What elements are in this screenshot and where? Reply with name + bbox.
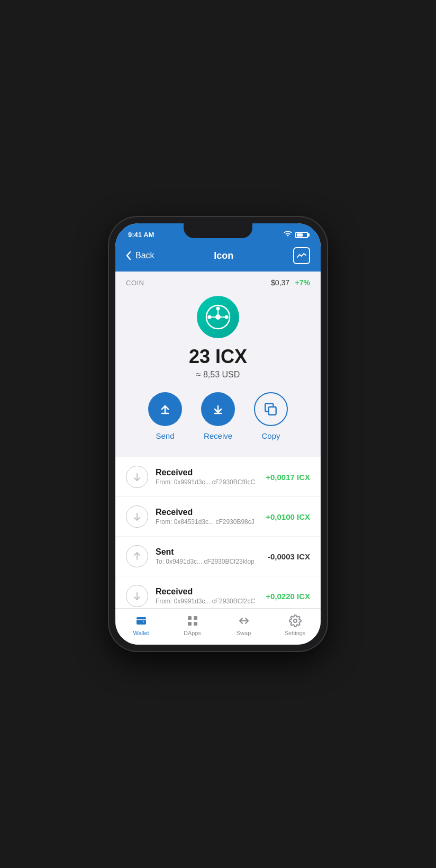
- coin-change: +7%: [295, 278, 310, 287]
- tx-direction-icon: [126, 545, 148, 567]
- transaction-item[interactable]: Received From: 0x84531d3c... cF2930B98cJ…: [115, 497, 321, 537]
- tx-direction-icon: [126, 466, 148, 488]
- svg-rect-11: [188, 616, 192, 620]
- notch: [184, 223, 252, 238]
- dapps-tab-label: DApps: [184, 630, 201, 636]
- swap-tab-label: Swap: [237, 630, 251, 636]
- nav-title: Icon: [214, 250, 233, 261]
- tx-address: From: 0x84531d3c... cF2930B98cJ: [156, 518, 258, 526]
- nav-bar: Back Icon: [115, 243, 321, 272]
- tx-amount: +0,0017 ICX: [266, 473, 310, 482]
- chart-button[interactable]: [293, 247, 310, 264]
- svg-rect-12: [194, 616, 197, 620]
- settings-icon: [288, 614, 302, 628]
- settings-tab-label: Settings: [285, 630, 306, 636]
- status-time: 9:41 AM: [128, 231, 154, 239]
- status-right: [284, 231, 308, 239]
- svg-point-4: [216, 307, 220, 311]
- bottom-nav: Wallet DApps: [115, 608, 321, 645]
- svg-point-3: [225, 315, 229, 319]
- tx-info: Received From: 0x84531d3c... cF2930B98cJ: [156, 508, 258, 526]
- transaction-item[interactable]: Received From: 0x9991d3c... cF2930BCf8cC…: [115, 457, 321, 497]
- coin-header: COIN $0,37 +7%: [115, 272, 321, 457]
- dapps-icon: [186, 614, 199, 628]
- tx-info: Received From: 0x9991d3c... cF2930BCf8cC: [156, 468, 258, 486]
- svg-point-2: [208, 315, 212, 319]
- main-content: COIN $0,37 +7%: [115, 272, 321, 608]
- wallet-tab-label: Wallet: [133, 630, 149, 636]
- copy-label: Copy: [261, 431, 280, 440]
- swap-icon: [237, 614, 251, 628]
- bottom-nav-swap[interactable]: Swap: [228, 614, 260, 636]
- tx-address: To: 0x9491d3c... cF2930BCf23klop: [156, 558, 260, 565]
- battery-icon: [295, 232, 308, 238]
- tx-direction-icon: [126, 505, 148, 528]
- coin-meta-row: COIN $0,37 +7%: [126, 278, 310, 287]
- back-label: Back: [135, 251, 155, 260]
- tx-direction-icon: [126, 585, 148, 607]
- back-button[interactable]: Back: [126, 251, 155, 260]
- tx-info: Sent To: 0x9491d3c... cF2930BCf23klop: [156, 547, 260, 565]
- send-label: Send: [156, 431, 174, 440]
- bottom-nav-settings[interactable]: Settings: [279, 614, 311, 636]
- transaction-item[interactable]: Received From: 0x9991d3c... cF2930BCf2cC…: [115, 576, 321, 608]
- coin-amount: 23 ICX: [126, 346, 310, 368]
- phone-frame: 9:41 AM Back: [109, 217, 327, 651]
- action-row: Send Receive: [126, 392, 310, 440]
- tx-address: From: 0x9991d3c... cF2930BCf8cC: [156, 478, 258, 486]
- coin-label: COIN: [126, 279, 144, 287]
- tx-type: Received: [156, 468, 258, 477]
- wifi-icon: [284, 231, 292, 239]
- wallet-icon: [134, 614, 148, 628]
- receive-button[interactable]: [201, 392, 235, 426]
- svg-rect-14: [194, 622, 197, 626]
- svg-rect-10: [269, 407, 276, 415]
- tx-address: From: 0x9991d3c... cF2930BCf2cC: [156, 598, 258, 605]
- svg-rect-13: [188, 622, 192, 626]
- copy-button[interactable]: [254, 392, 288, 426]
- tx-type: Received: [156, 508, 258, 517]
- receive-label: Receive: [204, 431, 232, 440]
- receive-action[interactable]: Receive: [201, 392, 235, 440]
- phone-screen: 9:41 AM Back: [115, 223, 321, 645]
- tx-type: Received: [156, 587, 258, 596]
- tx-amount: +0,0100 ICX: [266, 512, 310, 521]
- copy-action[interactable]: Copy: [254, 392, 288, 440]
- send-action[interactable]: Send: [148, 392, 182, 440]
- svg-point-15: [294, 619, 297, 622]
- svg-point-1: [215, 314, 221, 320]
- transaction-item[interactable]: Sent To: 0x9491d3c... cF2930BCf23klop -0…: [115, 537, 321, 576]
- tx-amount: +0,0220 ICX: [266, 592, 310, 601]
- coin-price: $0,37: [271, 278, 289, 287]
- bottom-nav-wallet[interactable]: Wallet: [125, 614, 157, 636]
- coin-usd: ≈ 8,53 USD: [126, 370, 310, 379]
- coin-logo: [197, 296, 239, 338]
- send-button[interactable]: [148, 392, 182, 426]
- coin-logo-wrap: [126, 296, 310, 338]
- tx-type: Sent: [156, 547, 260, 557]
- coin-price-row: $0,37 +7%: [271, 278, 310, 287]
- tx-amount: -0,0003 ICX: [268, 552, 310, 561]
- transaction-list: Received From: 0x9991d3c... cF2930BCf8cC…: [115, 457, 321, 608]
- tx-info: Received From: 0x9991d3c... cF2930BCf2cC: [156, 587, 258, 605]
- bottom-nav-dapps[interactable]: DApps: [177, 614, 208, 636]
